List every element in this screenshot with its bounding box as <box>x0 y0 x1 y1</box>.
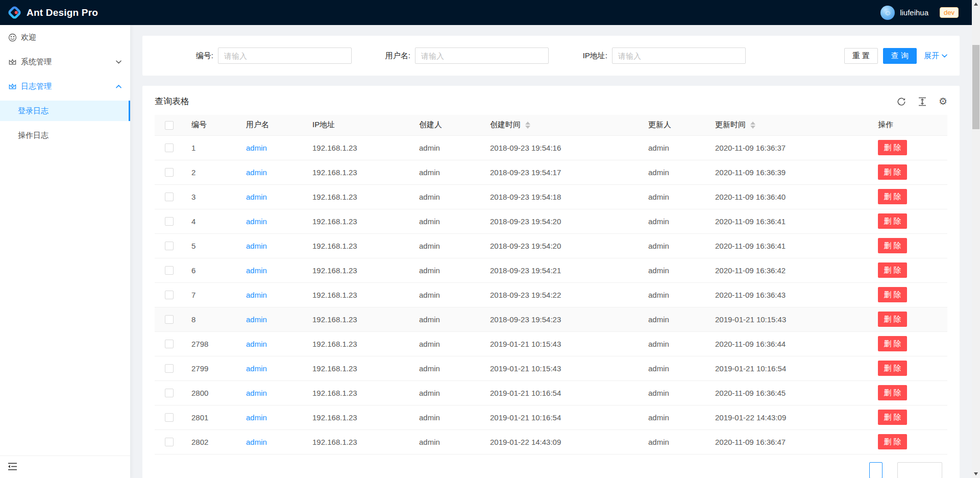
username-link[interactable]: admin <box>246 291 267 299</box>
row-checkbox[interactable] <box>165 193 174 201</box>
column-header-updater: 更新人 <box>640 115 707 135</box>
column-header-updated: 更新时间 <box>715 120 746 130</box>
username-link[interactable]: admin <box>246 266 267 275</box>
pagination-page-1[interactable] <box>869 462 883 478</box>
row-checkbox[interactable] <box>165 242 174 250</box>
username-link[interactable]: admin <box>246 217 267 226</box>
cell-updated-time: 2019-01-21 10:15:43 <box>707 307 870 331</box>
form-item-ip: IP地址: <box>549 47 746 64</box>
user-avatar[interactable]: ☺ <box>880 6 895 20</box>
sidebar-item-login-log[interactable]: 登录日志 <box>0 101 130 121</box>
cell-ip: 192.168.1.23 <box>304 307 411 331</box>
row-checkbox[interactable] <box>165 340 174 348</box>
row-checkbox[interactable] <box>165 315 174 324</box>
delete-button[interactable]: 删 除 <box>878 262 907 278</box>
cell-creator: admin <box>411 405 482 429</box>
window-scrollbar <box>972 0 980 478</box>
cell-creator: admin <box>411 356 482 380</box>
ip-input[interactable] <box>612 47 746 64</box>
scrollbar-down-arrow[interactable] <box>972 470 980 478</box>
expand-label: 展开 <box>924 51 939 61</box>
column-header-updated-sort[interactable]: 更新时间 <box>715 120 755 130</box>
row-checkbox[interactable] <box>165 266 174 275</box>
delete-button[interactable]: 删 除 <box>878 434 907 449</box>
cell-id: 4 <box>183 209 238 233</box>
username-link[interactable]: admin <box>246 364 267 373</box>
row-checkbox[interactable] <box>165 168 174 177</box>
delete-button[interactable]: 删 除 <box>878 213 907 229</box>
username-link[interactable]: admin <box>246 413 267 422</box>
sidebar-item-label: 登录日志 <box>18 106 48 116</box>
cell-updater: admin <box>640 405 707 429</box>
row-checkbox[interactable] <box>165 291 174 299</box>
username-link[interactable]: admin <box>246 144 267 152</box>
row-checkbox[interactable] <box>165 438 174 446</box>
delete-button[interactable]: 删 除 <box>878 410 907 425</box>
reload-icon[interactable] <box>897 97 906 106</box>
username-link[interactable]: admin <box>246 389 267 397</box>
delete-button[interactable]: 删 除 <box>878 287 907 302</box>
sidebar-item-welcome[interactable]: 欢迎 <box>0 27 130 47</box>
form-item-username: 用户名: <box>352 47 549 64</box>
app-logo[interactable]: Ant Design Pro <box>7 5 98 20</box>
cell-id: 2802 <box>183 429 238 454</box>
username-input[interactable] <box>415 47 549 64</box>
delete-button[interactable]: 删 除 <box>878 164 907 180</box>
cell-updater: admin <box>640 429 707 454</box>
row-checkbox[interactable] <box>165 413 174 422</box>
sidebar-item-log-management[interactable]: 日志管理 <box>0 76 130 97</box>
username-link[interactable]: admin <box>246 242 267 250</box>
delete-button[interactable]: 删 除 <box>878 140 907 155</box>
cell-creator: admin <box>411 307 482 331</box>
table-wrapper: 编号 用户名 IP地址 创建人 创建时间 更新 <box>142 115 960 455</box>
cell-id: 5 <box>183 233 238 258</box>
select-all-checkbox[interactable] <box>165 121 174 130</box>
cell-updater: admin <box>640 135 707 160</box>
sidebar: 欢迎 系统管理 <box>0 25 130 478</box>
density-icon[interactable] <box>918 97 927 106</box>
delete-button[interactable]: 删 除 <box>878 189 907 204</box>
cell-created-time: 2019-01-22 14:43:09 <box>482 429 640 454</box>
sidebar-item-system-management[interactable]: 系统管理 <box>0 52 130 72</box>
scrollbar-thumb[interactable] <box>972 45 979 129</box>
user-name[interactable]: liufeihua <box>900 8 928 17</box>
id-input[interactable] <box>218 47 352 64</box>
sidebar-item-operation-log[interactable]: 操作日志 <box>0 125 130 146</box>
page: Ant Design Pro ☺ liufeihua dev 欢迎 <box>0 0 972 478</box>
cell-updated-time: 2020-11-09 16:36:44 <box>707 331 870 356</box>
cell-id: 8 <box>183 307 238 331</box>
delete-button[interactable]: 删 除 <box>878 238 907 253</box>
cell-created-time: 2019-01-21 10:15:43 <box>482 331 640 356</box>
app-title: Ant Design Pro <box>27 7 98 18</box>
sidebar-collapse-trigger[interactable] <box>0 456 130 478</box>
scrollbar-up-arrow[interactable] <box>972 0 980 8</box>
row-checkbox[interactable] <box>165 144 174 152</box>
sidebar-item-label: 欢迎 <box>21 33 36 42</box>
user-menu[interactable]: ☺ liufeihua dev <box>880 6 959 20</box>
chevron-down-icon <box>942 54 947 58</box>
table-row: 2800 admin 192.168.1.23 admin 2019-01-21… <box>155 380 947 405</box>
row-checkbox[interactable] <box>165 217 174 226</box>
delete-button[interactable]: 删 除 <box>878 385 907 400</box>
delete-button[interactable]: 删 除 <box>878 336 907 351</box>
cell-updated-time: 2020-11-09 16:36:40 <box>707 184 870 209</box>
delete-button[interactable]: 删 除 <box>878 361 907 376</box>
username-link[interactable]: admin <box>246 193 267 201</box>
username-link[interactable]: admin <box>246 168 267 177</box>
expand-toggle[interactable]: 展开 <box>924 51 947 61</box>
username-link[interactable]: admin <box>246 315 267 324</box>
column-header-created-sort[interactable]: 创建时间 <box>490 120 530 130</box>
query-button[interactable]: 查 询 <box>883 48 917 64</box>
cell-creator: admin <box>411 282 482 307</box>
cell-updater: admin <box>640 233 707 258</box>
username-link[interactable]: admin <box>246 438 267 446</box>
row-checkbox[interactable] <box>165 389 174 397</box>
pagination-page-size-select[interactable] <box>897 462 942 478</box>
column-header-id: 编号 <box>183 115 238 135</box>
reset-button[interactable]: 重 置 <box>844 48 878 64</box>
settings-gear-icon[interactable]: ⚙ <box>939 97 947 106</box>
delete-button[interactable]: 删 除 <box>878 312 907 327</box>
username-link[interactable]: admin <box>246 340 267 348</box>
cell-creator: admin <box>411 209 482 233</box>
row-checkbox[interactable] <box>165 364 174 373</box>
